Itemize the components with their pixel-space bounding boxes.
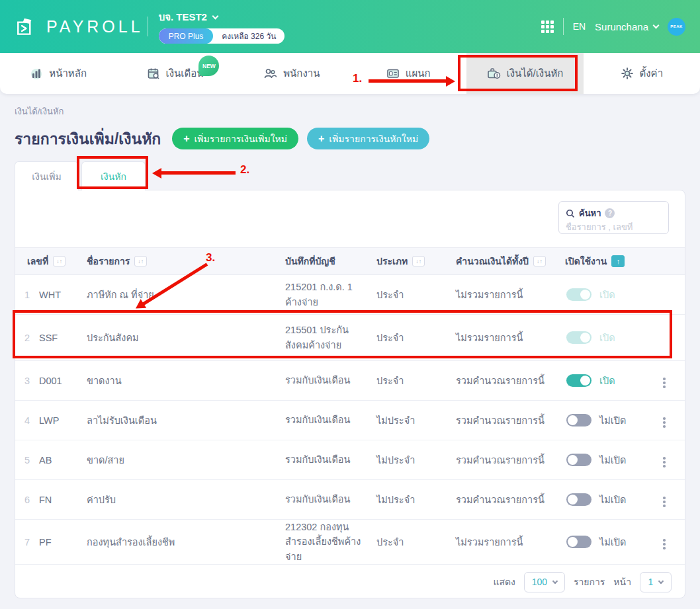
row-menu-button[interactable] [661, 537, 668, 551]
item-code: SSF [39, 333, 87, 343]
column-header: เลขที่ [27, 254, 48, 268]
table-row: 5ABขาด/สายรวมกับเงินเดือนไม่ประจำรวมคำนว… [15, 440, 685, 480]
page-select[interactable]: 1 [640, 572, 672, 592]
item-code: LWP [39, 415, 87, 426]
enable-toggle[interactable] [566, 493, 591, 506]
item-name: ขาดงาน [87, 373, 285, 388]
row-menu-button[interactable] [661, 415, 668, 430]
sort-icon[interactable] [412, 256, 425, 266]
row-menu-button[interactable] [661, 495, 668, 509]
account-entry: รวมกับเงินเดือน [285, 492, 376, 507]
chart-icon [30, 67, 43, 80]
table-card: ค้นหา ? เลขที่ ชื่อรายการ บันทึกที่บัญชี… [15, 190, 685, 598]
apps-grid-icon[interactable] [541, 20, 554, 33]
enable-toggle[interactable] [566, 288, 591, 301]
annual-calc: ไม่รวมรายการนี้ [456, 330, 565, 345]
header-divider [563, 18, 564, 35]
plan-name: PRO Plus [159, 28, 214, 44]
item-code: D001 [39, 376, 87, 386]
nav-label: ตั้งค่า [640, 65, 664, 81]
sort-icon-active[interactable] [611, 255, 625, 267]
annual-calc: ไม่รวมรายการนี้ [456, 534, 565, 549]
item-type: ไม่ประจำ [376, 492, 456, 507]
item-name: ประกันสังคม [87, 330, 285, 345]
toggle-label: ไม่เปิด [599, 452, 626, 467]
table-row: 2SSFประกันสังคม215501 ประกันสังคมค้างจ่า… [15, 315, 685, 361]
company-selector[interactable]: บจ. TEST2 [159, 9, 285, 25]
account-entry: รวมกับเงินเดือน [285, 452, 376, 467]
toggle-label: เปิด [599, 373, 615, 388]
search-icon [566, 209, 575, 218]
nav-item-income-deductions[interactable]: เงินได้/เงินหัก [466, 53, 583, 94]
money-icon [487, 67, 501, 80]
nav-item-employees[interactable]: พนักงาน [234, 53, 350, 94]
app-header: PAYROLL บจ. TEST2 PRO Plus คงเหลือ 326 ว… [0, 0, 700, 53]
enable-toggle[interactable] [566, 454, 591, 466]
nav-item-payroll[interactable]: เงินเดือน NEW [116, 53, 233, 94]
item-name: ลาไม่รับเงินเดือน [87, 413, 285, 428]
account-entry: 215201 ก.ง.ด. 1 ค้างจ่าย [285, 280, 376, 309]
table-row: 3D001ขาดงานรวมกับเงินเดือนประจำรวมคำนวณร… [15, 361, 685, 401]
app-logo[interactable]: PAYROLL [15, 16, 144, 37]
annual-calc: ไม่รวมรายการนี้ [456, 287, 565, 302]
company-name: บจ. TEST2 [159, 9, 207, 25]
item-type: ไม่ประจำ [376, 413, 456, 428]
toggle-label: ไม่เปิด [599, 413, 626, 428]
search-input[interactable] [566, 222, 662, 232]
user-menu[interactable]: Surunchana [595, 21, 658, 32]
plus-icon: + [183, 134, 189, 144]
plan-badge: PRO Plus คงเหลือ 326 วัน [159, 28, 285, 44]
table-header: เลขที่ ชื่อรายการ บันทึกที่บัญชี ประเภท … [15, 247, 685, 275]
enable-toggle[interactable] [566, 374, 591, 387]
row-number: 3 [15, 376, 39, 386]
item-code: WHT [39, 290, 87, 300]
page-title: รายการเงินเพิ่ม/เงินหัก [15, 127, 161, 151]
account-entry: 212302 กองทุนสำรองเลี้ยงชีพค้างจ่าย [285, 520, 376, 564]
item-type: ประจำ [376, 534, 456, 549]
page-size-select[interactable]: 100 [524, 572, 565, 592]
column-header: บันทึกที่บัญชี [285, 254, 335, 268]
help-icon[interactable]: ? [605, 208, 615, 218]
chevron-down-icon [658, 579, 664, 584]
search-box[interactable]: ค้นหา ? [558, 201, 669, 234]
header-divider [148, 17, 148, 36]
account-entry: 215501 ประกันสังคมค้างจ่าย [285, 323, 376, 352]
enable-toggle[interactable] [566, 414, 591, 426]
column-header: ประเภท [376, 254, 408, 268]
plus-icon: + [318, 134, 324, 144]
row-number: 5 [15, 455, 39, 466]
language-switcher[interactable]: EN [573, 21, 586, 32]
show-label: แสดง [493, 575, 515, 589]
sort-icon[interactable] [533, 256, 546, 266]
item-type: ประจำ [376, 373, 456, 388]
main-nav: หน้าหลัก เงินเดือน NEW พนักงาน แผนก [0, 53, 700, 94]
avatar[interactable]: PEAK [668, 18, 685, 36]
nav-item-home[interactable]: หน้าหลัก [0, 53, 116, 94]
chevron-down-icon [653, 22, 660, 28]
row-menu-button[interactable] [661, 455, 668, 469]
tab-bar: เงินเพิ่ม เงินหัก [15, 161, 685, 190]
table-body: 1WHTภาษีหัก ณ ที่จ่าย215201 ก.ง.ด. 1 ค้า… [15, 275, 685, 565]
row-number: 1 [15, 290, 39, 300]
enable-toggle[interactable] [566, 331, 591, 344]
annual-calc: รวมคำนวณรายการนี้ [456, 413, 565, 428]
nav-label: เงินได้/เงินหัก [507, 65, 564, 81]
table-row: 1WHTภาษีหัก ณ ที่จ่าย215201 ก.ง.ด. 1 ค้า… [15, 275, 685, 315]
item-type: ไม่ประจำ [376, 452, 456, 467]
add-deduction-button[interactable]: + เพิ่มรายการเงินหักใหม่ [307, 128, 429, 149]
new-badge: NEW [198, 56, 219, 76]
row-menu-button[interactable] [661, 376, 668, 390]
payroll-logo-icon [15, 16, 38, 37]
pagination: แสดง 100 รายการ หน้า 1 [15, 565, 685, 599]
nav-item-settings[interactable]: ตั้งค่า [584, 53, 700, 94]
nav-item-departments[interactable]: แผนก [350, 53, 466, 94]
chevron-down-icon [552, 579, 558, 584]
sort-icon[interactable] [53, 256, 66, 266]
row-number: 4 [15, 415, 39, 426]
enable-toggle[interactable] [566, 536, 591, 548]
row-number: 7 [15, 537, 39, 548]
tab-deduction[interactable]: เงินหัก [81, 161, 146, 190]
sort-icon[interactable] [134, 256, 147, 266]
tab-income[interactable]: เงินเพิ่ม [15, 161, 79, 190]
add-income-button[interactable]: + เพิ่มรายการเงินเพิ่มใหม่ [172, 128, 298, 149]
